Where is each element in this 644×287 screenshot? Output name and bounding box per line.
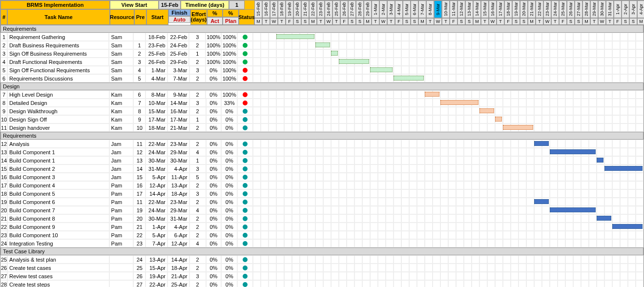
task-row[interactable]: 13Build Component 1Jam1224-Mar29-Mar40%0… <box>0 148 644 156</box>
cell-effort[interactable]: 3 <box>189 164 206 173</box>
cell-finish[interactable]: 21-Mar <box>167 123 189 132</box>
cell-pre[interactable]: 2 <box>133 49 145 58</box>
cell-resource[interactable]: Sam <box>109 74 134 82</box>
gantt-bar[interactable] <box>597 158 603 163</box>
cell-num[interactable]: 17 <box>0 181 7 189</box>
task-row[interactable]: 14Build Component 1Jam1330-Mar30-Mar10%0… <box>0 156 644 164</box>
task-row[interactable]: 5Sign Off Functional RequirementsSam41-M… <box>0 66 644 74</box>
cell-act[interactable]: 0% <box>206 115 222 123</box>
cell-num[interactable]: 14 <box>0 156 7 164</box>
cell-start[interactable]: 30-Mar <box>145 156 167 164</box>
cell-finish[interactable]: 14-Mar <box>167 99 189 107</box>
cell-effort[interactable]: 2 <box>189 264 206 272</box>
cell-resource[interactable]: Sam <box>109 49 133 58</box>
cell-start[interactable]: 30-Mar <box>145 214 167 223</box>
cell-num[interactable]: 16 <box>0 173 7 181</box>
cell-task[interactable]: Build Component 1 <box>7 148 109 156</box>
cell-act[interactable]: 0% <box>206 198 222 206</box>
gantt-bar[interactable] <box>479 108 494 113</box>
cell-pre[interactable]: 6 <box>133 90 145 99</box>
cell-start[interactable]: 23-Feb <box>145 41 167 49</box>
cell-pre[interactable]: 22 <box>133 231 145 239</box>
cell-task[interactable]: Design Walkthrough <box>7 107 109 115</box>
cell-num[interactable]: 22 <box>0 223 7 231</box>
cell-finish[interactable]: 23-Mar <box>167 140 189 148</box>
cell-effort[interactable]: 2 <box>189 181 206 189</box>
cell-plan[interactable]: 0% <box>221 214 237 223</box>
cell-effort[interactable]: 3 <box>189 272 206 280</box>
cell-effort[interactable]: 2 <box>189 58 206 66</box>
cell-task[interactable]: Build Component 5 <box>7 189 109 198</box>
cell-act[interactable]: 0% <box>206 173 222 181</box>
cell-resource[interactable]: Pam <box>109 198 134 206</box>
cell-num[interactable]: 6 <box>0 74 7 82</box>
cell-act[interactable]: 0% <box>206 90 221 99</box>
cell-plan[interactable]: 0% <box>221 264 237 272</box>
task-row[interactable]: 16Build Component 3Jam155-Apr11-Apr50%0% <box>0 173 644 181</box>
cell-finish[interactable]: 16-Mar <box>167 107 189 115</box>
cell-effort[interactable]: 2 <box>189 123 206 132</box>
cell-effort[interactable]: 3 <box>189 189 206 198</box>
gantt-bar[interactable] <box>534 199 549 204</box>
cell-act[interactable]: 0% <box>206 272 222 280</box>
cell-plan[interactable]: 0% <box>221 164 237 173</box>
task-row[interactable]: 8Detailed DesignKam710-Mar14-Mar30%33% <box>0 99 644 107</box>
cell-effort[interactable]: 1 <box>189 156 206 164</box>
cell-act[interactable]: 100% <box>206 49 221 58</box>
cell-effort[interactable]: 4 <box>189 206 206 214</box>
gantt-bar[interactable] <box>550 149 596 154</box>
cell-resource[interactable]: Sam <box>109 33 133 41</box>
cell-task[interactable]: Create test steps <box>7 280 109 287</box>
cell-num[interactable]: 2 <box>0 41 7 49</box>
cell-resource[interactable]: Jam <box>109 148 134 156</box>
task-row[interactable]: 20Build Component 7Pam1924-Mar29-Mar40%0… <box>0 206 644 214</box>
cell-task[interactable]: Build Component 10 <box>7 231 109 239</box>
cell-plan[interactable]: 0% <box>221 198 237 206</box>
gantt-bar[interactable] <box>394 76 424 81</box>
task-row[interactable]: 17Build Component 4Pam1612-Apr13-Apr20%0… <box>0 181 644 189</box>
cell-resource[interactable] <box>109 255 134 264</box>
cell-finish[interactable]: 24-Feb <box>167 41 189 49</box>
cell-start[interactable]: 1-Apr <box>145 223 167 231</box>
cell-effort[interactable]: 2 <box>189 41 206 49</box>
cell-plan[interactable]: 0% <box>221 272 237 280</box>
cell-task[interactable]: Detailed Design <box>7 99 109 107</box>
cell-effort[interactable]: 2 <box>189 107 206 115</box>
cell-effort[interactable]: 4 <box>189 239 206 247</box>
cell-plan[interactable]: 0% <box>221 123 237 132</box>
cell-pre[interactable]: 12 <box>133 148 145 156</box>
cell-effort[interactable]: 2 <box>189 198 206 206</box>
cell-resource[interactable]: Pam <box>109 223 134 231</box>
cell-start[interactable]: 5-Apr <box>145 173 167 181</box>
cell-act[interactable]: 100% <box>206 41 221 49</box>
cell-start[interactable]: 1-Mar <box>145 66 167 74</box>
cell-finish[interactable]: 6-Apr <box>167 231 189 239</box>
cell-task[interactable]: Build Component 8 <box>7 214 109 223</box>
cell-num[interactable]: 1 <box>0 33 7 41</box>
cell-pre[interactable]: 5 <box>133 74 145 82</box>
cell-pre[interactable]: 3 <box>133 58 145 66</box>
cell-resource[interactable] <box>109 264 134 272</box>
cell-task[interactable]: Create test cases <box>7 264 109 272</box>
cell-pre[interactable]: 10 <box>133 123 145 132</box>
cell-effort[interactable]: 2 <box>189 280 206 287</box>
task-row[interactable]: 4Draft Functional RequirementsSam326-Feb… <box>0 58 644 66</box>
cell-resource[interactable]: Sam <box>109 58 133 66</box>
cell-pre[interactable]: 14 <box>133 164 145 173</box>
cell-finish[interactable]: 29-Feb <box>167 58 189 66</box>
cell-resource[interactable] <box>109 272 134 280</box>
gantt-bar[interactable] <box>550 207 596 212</box>
cell-finish[interactable]: 21-Apr <box>167 272 189 280</box>
cell-plan[interactable]: 100% <box>221 66 237 74</box>
cell-finish[interactable]: 9-Mar <box>167 90 189 99</box>
cell-num[interactable]: 20 <box>0 206 7 214</box>
cell-resource[interactable]: Pam <box>109 239 134 247</box>
cell-resource[interactable]: Jam <box>109 140 134 148</box>
cell-num[interactable]: 15 <box>0 164 7 173</box>
cell-act[interactable]: 0% <box>206 74 221 82</box>
cell-finish[interactable]: 23-Mar <box>167 198 189 206</box>
cell-pre[interactable]: 27 <box>133 280 145 287</box>
cell-act[interactable]: 0% <box>206 264 222 272</box>
cell-effort[interactable]: 3 <box>189 33 206 41</box>
gantt-bar[interactable] <box>597 216 611 221</box>
